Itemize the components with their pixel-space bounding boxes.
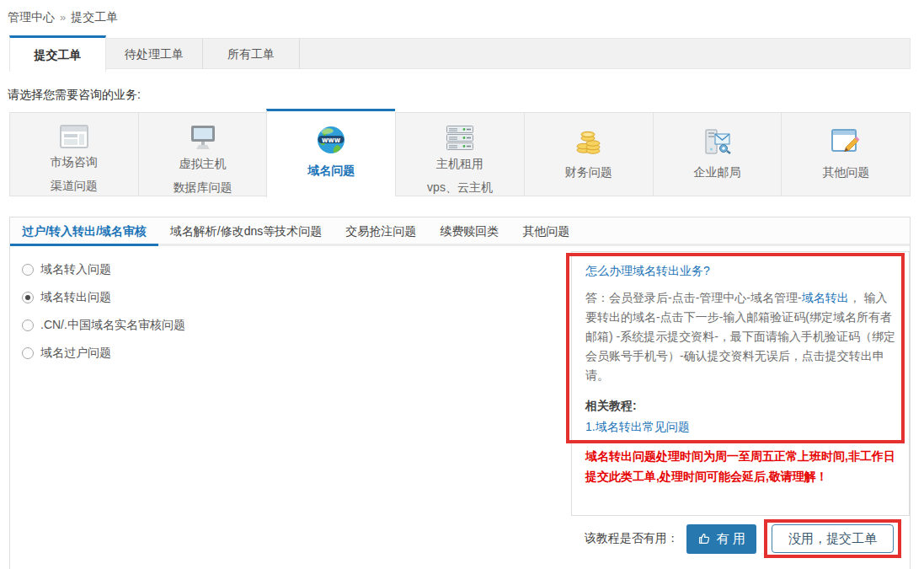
subtab-renewal-redeem[interactable]: 续费赎回类 <box>428 217 510 244</box>
ticket-content-panel: 过户/转入转出/域名审核 域名解析/修改dns等技术问题 交易抢注问题 续费赎回… <box>9 217 911 569</box>
category-label: 渠道问题 <box>51 175 98 196</box>
radio-cn-realname-audit[interactable]: .CN/.中国域名实名审核问题 <box>22 317 185 334</box>
category-domain-issues[interactable]: www 域名问题 <box>266 109 395 198</box>
category-market-channel[interactable]: 市场咨询 渠道问题 <box>9 112 138 196</box>
category-label: 主机租用 <box>436 153 483 174</box>
tutorial-link[interactable]: 1.域名转出常见问题 <box>585 417 690 436</box>
subtab-trade-preregister[interactable]: 交易抢注问题 <box>334 217 428 244</box>
faq-answer-text: 答：会员登录后-点击-管理中心-域名管理- <box>585 291 802 304</box>
category-virtual-host-db[interactable]: 虚拟主机 数据库问题 <box>138 112 267 196</box>
coins-icon <box>574 125 603 158</box>
content-area: 域名转入问题 域名转出问题 .CN/.中国域名实名审核问题 域名过户问题 怎么办… <box>10 246 910 516</box>
radio-domain-transfer-in[interactable]: 域名转入问题 <box>22 261 185 278</box>
tab-pending-tickets[interactable]: 待处理工单 <box>106 39 203 69</box>
radio-icon[interactable] <box>22 264 34 276</box>
mail-server-icon <box>702 125 731 158</box>
browser-icon <box>60 125 88 148</box>
category-enterprise-mail[interactable]: 企业邮局 <box>653 112 782 196</box>
issue-options: 域名转入问题 域名转出问题 .CN/.中国域名实名审核问题 域名过户问题 <box>22 261 185 516</box>
category-row: 市场咨询 渠道问题 虚拟主机 数据库问题 www 域名问题 主机租用 vps、云… <box>9 112 911 198</box>
faq-panel: 怎么办理域名转出业务? 答：会员登录后-点击-管理中心-域名管理-域名转出， 输… <box>571 251 910 516</box>
subtab-dns-technical[interactable]: 域名解析/修改dns等技术问题 <box>158 217 334 244</box>
edit-window-icon <box>831 125 860 158</box>
radio-label: .CN/.中国域名实名审核问题 <box>40 318 185 333</box>
category-host-rental-vps[interactable]: 主机租用 vps、云主机 <box>395 112 524 196</box>
subtab-transfer-audit[interactable]: 过户/转入转出/域名审核 <box>10 217 158 246</box>
globe-www-icon: www <box>316 123 346 157</box>
category-label: 财务问题 <box>565 162 612 182</box>
faq-question: 怎么办理域名转出业务? <box>585 264 895 279</box>
radio-domain-ownership-transfer[interactable]: 域名过户问题 <box>22 345 185 362</box>
main-tabbar: 提交工单 待处理工单 所有工单 <box>9 38 911 69</box>
related-tutorials-title: 相关教程: <box>585 396 895 415</box>
svg-text:www: www <box>322 137 341 144</box>
category-label: 其他问题 <box>822 162 869 182</box>
tab-all-tickets[interactable]: 所有工单 <box>203 39 300 69</box>
subtab-bar: 过户/转入转出/域名审核 域名解析/修改dns等技术问题 交易抢注问题 续费赎回… <box>10 217 910 246</box>
category-label: vps、云主机 <box>427 177 493 197</box>
monitor-icon <box>189 125 217 150</box>
processing-time-warning: 域名转出问题处理时间为周一至周五正常上班时间,非工作日提交此类工单,处理时间可能… <box>585 446 895 486</box>
service-select-prompt: 请选择您需要咨询的业务: <box>8 88 924 103</box>
feedback-footer: 该教程是否有用： 有 用 没用，提交工单 <box>585 519 901 558</box>
faq-answer-text: ， 输入要转出的域名-点击下一步-输入邮箱验证码(绑定域名所有者邮箱) -系统提… <box>585 291 895 382</box>
category-label: 市场咨询 <box>51 152 98 172</box>
radio-label: 域名转入问题 <box>40 262 111 277</box>
radio-icon[interactable] <box>22 319 34 331</box>
category-other-issues[interactable]: 其他问题 <box>781 112 911 196</box>
domain-transfer-out-link[interactable]: 域名转出 <box>802 291 849 304</box>
not-useful-submit-ticket-button[interactable]: 没用，提交工单 <box>772 524 894 553</box>
breadcrumb-current: 提交工单 <box>71 10 118 24</box>
category-label: 数据库问题 <box>174 177 232 197</box>
category-finance[interactable]: 财务问题 <box>524 112 653 196</box>
category-label: 虚拟主机 <box>179 153 227 174</box>
useful-button[interactable]: 有 用 <box>686 524 756 554</box>
subtab-other[interactable]: 其他问题 <box>510 217 581 244</box>
faq-answer: 答：会员登录后-点击-管理中心-域名管理-域名转出， 输入要转出的域名-点击下一… <box>585 288 895 385</box>
breadcrumb-separator-icon: » <box>60 11 66 24</box>
breadcrumb: 管理中心»提交工单 <box>0 0 924 25</box>
radio-icon[interactable] <box>22 347 34 359</box>
useful-button-label: 有 用 <box>717 531 745 547</box>
faq-panel-wrap: 怎么办理域名转出业务? 答：会员登录后-点击-管理中心-域名管理-域名转出， 输… <box>571 251 910 516</box>
category-label: 域名问题 <box>307 160 355 180</box>
feedback-question-label: 该教程是否有用： <box>585 531 679 546</box>
category-label: 企业邮局 <box>693 162 740 182</box>
thumbs-up-icon <box>697 532 711 545</box>
radio-icon[interactable] <box>22 292 34 303</box>
not-useful-wrap: 没用，提交工单 <box>764 519 901 558</box>
radio-label: 域名转出问题 <box>40 290 111 305</box>
tab-submit-ticket[interactable]: 提交工单 <box>9 35 106 72</box>
radio-label: 域名过户问题 <box>40 346 111 361</box>
radio-domain-transfer-out[interactable]: 域名转出问题 <box>22 289 185 306</box>
server-rack-icon <box>446 125 474 150</box>
breadcrumb-root[interactable]: 管理中心 <box>8 10 55 24</box>
